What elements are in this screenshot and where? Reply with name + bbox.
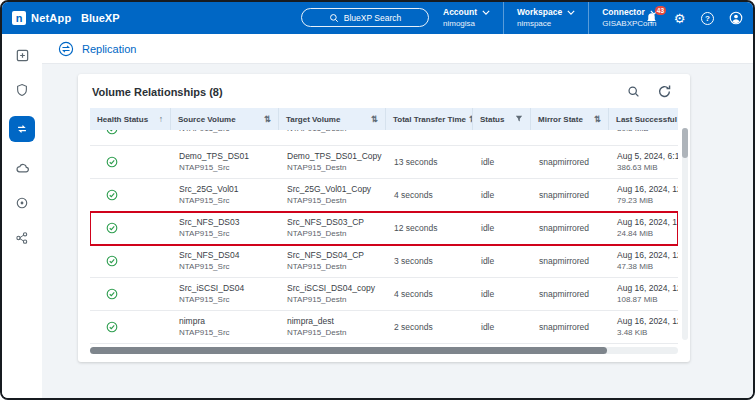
- status-cell: [473, 130, 531, 145]
- workspace-menu[interactable]: Workspace nimspace: [503, 2, 588, 34]
- table-search-icon[interactable]: [627, 85, 640, 98]
- target-volume-name: Src_NFS_DS04_CP: [287, 250, 364, 262]
- last-transfer-cell: 30.3 MiB: [609, 130, 678, 145]
- sidebar-item-observability[interactable]: [9, 194, 35, 212]
- transfer-time-cell: 13 seconds: [386, 146, 473, 178]
- source-volume-name: Src_iSCSI_DS04: [179, 283, 244, 295]
- refresh-icon[interactable]: [657, 84, 672, 99]
- target-volume-cell: Demo_TPS_DS01_Copy NTAP915_Destn: [279, 146, 386, 178]
- source-volume-cell: Src_iSCSI_DS04 NTAP915_Src: [171, 278, 279, 310]
- last-transfer-date: Aug 16, 2024, 12:: [617, 217, 678, 229]
- table-body: NTAP915_Src NTAP915_Destn 30.3 MiB Demo_…: [90, 130, 678, 344]
- user-profile-icon[interactable]: [728, 11, 743, 26]
- bluexp-search-button[interactable]: BlueXP Search: [301, 8, 429, 27]
- target-volume-name: nimpra_dest: [287, 316, 334, 328]
- page-title-bar: Replication: [42, 34, 753, 64]
- mirror-state-cell: snapmirrored: [531, 146, 609, 178]
- transfer-time-cell: 4 seconds: [386, 278, 473, 310]
- target-volume-name: Demo_TPS_DS01_Copy: [287, 151, 382, 163]
- vertical-scrollbar[interactable]: [682, 128, 688, 340]
- sort-asc-icon[interactable]: ↑: [159, 114, 163, 124]
- table-row[interactable]: Src_NFS_DS04 NTAP915_Src Src_NFS_DS04_CP…: [90, 245, 678, 278]
- source-volume-cell: nimpra NTAP915_Src: [171, 311, 279, 343]
- sidebar-item-canvas[interactable]: [9, 46, 35, 64]
- mirror-state-cell: snapmirrored: [531, 212, 609, 244]
- table-row[interactable]: Demo_TPS_DS01 NTAP915_Src Demo_TPS_DS01_…: [90, 146, 678, 179]
- last-transfer-size: 79.23 MiB: [617, 195, 653, 207]
- sidebar-item-share[interactable]: [9, 229, 35, 247]
- table-row[interactable]: NTAP915_Src NTAP915_Destn 30.3 MiB: [90, 130, 678, 146]
- sort-both-icon[interactable]: ⇅: [594, 114, 601, 124]
- notifications-bell-icon[interactable]: 43: [644, 11, 659, 26]
- column-label: Source Volume: [178, 115, 236, 124]
- sidebar-item-replication[interactable]: [9, 116, 35, 142]
- volume-relationships-card: Volume Relationships (8) Health Status ↑…: [78, 74, 690, 362]
- settings-gear-icon[interactable]: ⚙: [672, 11, 687, 26]
- column-header[interactable]: Mirror State ⇅: [531, 108, 609, 130]
- source-volume-name: Src_NFS_DS04: [179, 250, 239, 262]
- last-transfer-date: Aug 16, 2024, 12:: [617, 250, 678, 262]
- target-system-name: NTAP915_Destn: [287, 294, 346, 306]
- last-transfer-cell: Aug 16, 2024, 12: 79.23 MiB: [609, 179, 678, 211]
- target-system-name: NTAP915_Destn: [287, 228, 346, 240]
- sort-both-icon[interactable]: ⇅: [371, 114, 378, 124]
- account-value: nimogisa: [443, 19, 490, 28]
- last-transfer-size: 30.3 MiB: [617, 130, 649, 135]
- status-cell: idle: [473, 212, 531, 244]
- top-header-bar: n NetApp BlueXP BlueXP Search Account ni…: [2, 2, 753, 34]
- table-row[interactable]: Src_25G_Vol01 NTAP915_Src Src_25G_Vol01_…: [90, 179, 678, 212]
- target-icon: [15, 196, 29, 210]
- health-ok-icon: [106, 130, 118, 135]
- replication-service-icon: [58, 41, 74, 57]
- workspace-value: nimspace: [517, 19, 575, 28]
- column-header[interactable]: Health Status ↑: [90, 108, 171, 130]
- vertical-scrollbar-thumb[interactable]: [682, 128, 688, 158]
- target-volume-cell: Src_NFS_DS04_CP NTAP915_Destn: [279, 245, 386, 277]
- source-system-name: NTAP915_Src: [179, 162, 230, 174]
- last-transfer-cell: Aug 16, 2024, 12: 3.48 KiB: [609, 311, 678, 343]
- search-label: BlueXP Search: [344, 13, 402, 23]
- mirror-state-cell: snapmirrored: [531, 278, 609, 310]
- table-row[interactable]: Src_iSCSI_DS04 NTAP915_Src Src_iSCSI_DS0…: [90, 278, 678, 311]
- mirror-state-cell: [531, 130, 609, 145]
- column-header[interactable]: Total Transfer Time ⇅: [386, 108, 473, 130]
- left-nav-sidebar: [2, 34, 42, 398]
- source-volume-cell: Demo_TPS_DS01 NTAP915_Src: [171, 146, 279, 178]
- volume-relationships-table: Health Status ↑ Source Volume ⇅ Target V…: [90, 108, 678, 354]
- status-cell: idle: [473, 179, 531, 211]
- status-cell: idle: [473, 311, 531, 343]
- search-icon: [329, 13, 339, 23]
- table-row-highlighted[interactable]: Src_NFS_DS03 NTAP915_Src Src_NFS_DS03_CP…: [90, 212, 678, 245]
- column-header[interactable]: Status: [473, 108, 531, 130]
- column-label: Target Volume: [286, 115, 340, 124]
- netapp-logo[interactable]: n NetApp: [12, 2, 71, 34]
- source-system-name: NTAP915_Src: [179, 130, 230, 135]
- column-header[interactable]: Last Successful Tra: [609, 108, 678, 130]
- sidebar-item-copy-sync[interactable]: [9, 159, 35, 177]
- help-icon[interactable]: ?: [700, 11, 715, 26]
- horizontal-scrollbar-thumb[interactable]: [90, 347, 607, 354]
- column-label: Last Successful Tra: [616, 115, 678, 124]
- account-menu[interactable]: Account nimogisa: [430, 2, 503, 34]
- transfer-time-cell: 4 seconds: [386, 179, 473, 211]
- last-transfer-size: 24.84 MiB: [617, 228, 653, 240]
- sidebar-item-protection[interactable]: [9, 81, 35, 99]
- filter-icon[interactable]: [515, 115, 523, 123]
- table-row[interactable]: nimpra NTAP915_Src nimpra_dest NTAP915_D…: [90, 311, 678, 344]
- target-system-name: NTAP915_Destn: [287, 327, 346, 339]
- replication-arrows-icon: [15, 122, 29, 136]
- status-cell: idle: [473, 146, 531, 178]
- sort-both-icon[interactable]: ⇅: [264, 114, 271, 124]
- last-transfer-date: Aug 16, 2024, 12:: [617, 316, 678, 328]
- horizontal-scrollbar[interactable]: [90, 347, 678, 354]
- health-ok-icon: [106, 156, 118, 168]
- last-transfer-size: 3.48 KiB: [617, 327, 647, 339]
- transfer-time-cell: 12 seconds: [386, 212, 473, 244]
- chevron-down-icon: [567, 10, 575, 15]
- last-transfer-size: 108.87 MiB: [617, 294, 657, 306]
- column-header[interactable]: Source Volume ⇅: [171, 108, 279, 130]
- target-volume-cell: nimpra_dest NTAP915_Destn: [279, 311, 386, 343]
- source-volume-name: Src_NFS_DS03: [179, 217, 239, 229]
- column-header[interactable]: Target Volume ⇅: [279, 108, 386, 130]
- target-volume-cell: Src_iSCSI_DS04_copy NTAP915_Destn: [279, 278, 386, 310]
